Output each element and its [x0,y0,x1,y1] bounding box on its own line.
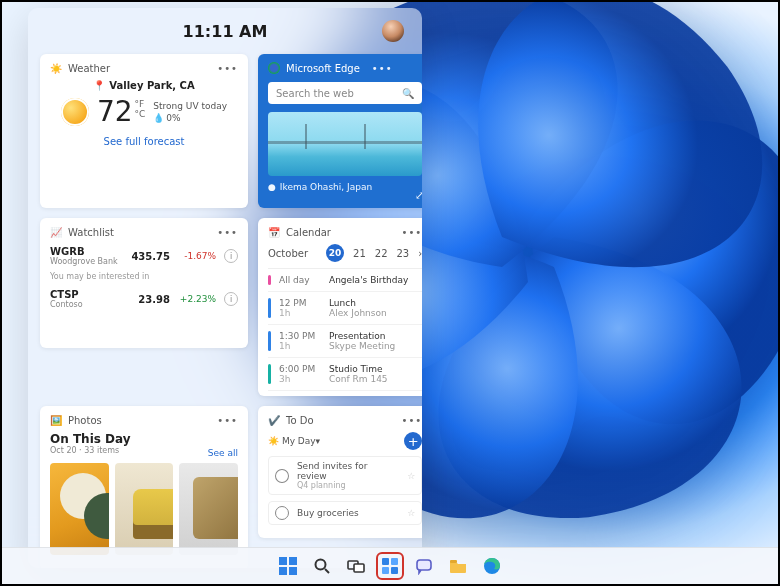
todo-checkbox[interactable] [275,469,289,483]
svg-line-5 [325,569,329,573]
photos-see-all-link[interactable]: See all [208,448,238,458]
edge-caption: Ikema Ohashi, Japan [280,182,372,192]
svg-rect-10 [382,567,389,574]
svg-rect-9 [391,558,398,565]
edge-widget[interactable]: Microsoft Edge ••• Search the web 🔍 ● Ik… [258,54,422,208]
widgets-panel: 11:11 AM ☀️ Weather ••• 📍 Valley Park, C… [28,8,422,568]
event-title: PresentationSkype Meeting [329,331,395,351]
calendar-icon: 📅 [268,226,280,238]
watchlist-menu[interactable]: ••• [217,227,238,238]
calendar-title: Calendar [286,227,331,238]
panel-clock: 11:11 AM [183,22,268,41]
location-pin-icon: ● [268,182,276,192]
edge-icon [268,62,280,74]
todo-item-title: Send invites for reviewQ4 planning [297,461,399,490]
calendar-day[interactable]: 21 [353,248,366,259]
svg-rect-1 [289,557,297,565]
calendar-event[interactable]: 12 PM1hLunchAlex Johnson [268,292,422,325]
calendar-day[interactable]: 23 [397,248,410,259]
event-title: Studio TimeConf Rm 145 [329,364,388,384]
event-time: 6:00 PM3h [279,364,321,384]
expand-icon[interactable]: ⤢ [415,189,422,202]
weather-menu[interactable]: ••• [217,63,238,74]
todo-list-name[interactable]: My Day [282,436,316,446]
photos-title: Photos [68,415,102,426]
photos-menu[interactable]: ••• [217,415,238,426]
edge-search-placeholder: Search the web [276,88,354,99]
weather-location: Valley Park, CA [109,80,194,91]
calendar-day-picker[interactable]: October 20 21 22 23 › [268,244,422,262]
event-time: All day [279,275,321,285]
svg-rect-3 [289,567,297,575]
see-full-forecast-link[interactable]: See full forecast [50,136,238,147]
calendar-event[interactable]: 1:30 PM1hPresentationSkype Meeting [268,325,422,358]
taskbar [2,547,778,584]
edge-menu[interactable]: ••• [372,63,393,74]
weather-temp: 72 °F°C [97,95,145,128]
droplet-icon: 💧 [153,112,164,124]
calendar-day-selected[interactable]: 20 [326,244,344,262]
photos-widget[interactable]: 🖼️ Photos ••• On This Day Oct 20 · 33 it… [40,406,248,568]
file-explorer-button[interactable] [446,554,470,578]
start-button[interactable] [276,554,300,578]
location-pin-icon: 📍 [93,80,105,91]
todo-title: To Do [286,415,314,426]
search-icon: 🔍 [402,88,414,99]
delta: +2.23% [178,294,216,304]
price: 435.75 [128,251,170,262]
chevron-right-icon[interactable]: › [418,248,422,259]
watchlist-row[interactable]: CTSPContoso23.98+2.23%i [50,289,238,309]
stocks-icon: 📈 [50,226,62,238]
calendar-month: October [268,248,308,259]
edge-hero-image[interactable] [268,112,422,176]
calendar-day[interactable]: 22 [375,248,388,259]
photos-icon: 🖼️ [50,414,62,426]
user-avatar[interactable] [382,20,404,42]
sun-icon: ☀️ [268,436,279,446]
svg-rect-13 [450,560,457,563]
event-title: LunchAlex Johnson [329,298,387,318]
weather-condition: Strong UV today 💧0% [153,100,227,124]
todo-checkbox[interactable] [275,506,289,520]
star-icon[interactable]: ☆ [407,508,415,518]
weather-widget[interactable]: ☀️ Weather ••• 📍 Valley Park, CA 72 °F°C [40,54,248,208]
photos-heading: On This Day [50,432,238,446]
svg-rect-0 [279,557,287,565]
watchlist-row[interactable]: WGRBWoodgrove Bank435.75-1.67%i [50,246,238,266]
widgets-button[interactable] [378,554,402,578]
calendar-widget[interactable]: 📅 Calendar ••• October 20 21 22 23 › All… [258,218,422,396]
add-task-button[interactable]: + [404,432,422,450]
todo-menu[interactable]: ••• [402,415,422,426]
watchlist-widget[interactable]: 📈 Watchlist ••• WGRBWoodgrove Bank435.75… [40,218,248,348]
photo-thumbnail[interactable] [115,463,174,555]
info-icon[interactable]: i [224,292,238,306]
weather-icon: ☀️ [50,62,62,74]
calendar-event[interactable]: All dayAngela's Birthday [268,269,422,292]
edge-search-input[interactable]: Search the web 🔍 [268,82,422,104]
edge-taskbar-button[interactable] [480,554,504,578]
svg-rect-12 [417,560,431,570]
chevron-down-icon[interactable]: ▾ [316,436,321,446]
ticker: CTSPContoso [50,289,120,309]
svg-rect-11 [391,567,398,574]
calendar-event[interactable]: 6:00 PM3hStudio TimeConf Rm 145 [268,358,422,391]
svg-rect-2 [279,567,287,575]
delta: -1.67% [178,251,216,261]
chat-button[interactable] [412,554,436,578]
todo-item[interactable]: Buy groceries☆ [268,501,422,525]
photo-thumbnail[interactable] [179,463,238,555]
calendar-menu[interactable]: ••• [402,227,422,238]
svg-rect-7 [354,564,364,572]
task-view-button[interactable] [344,554,368,578]
photo-thumbnail[interactable] [50,463,109,555]
edge-title: Microsoft Edge [286,63,360,74]
watchlist-hint: You may be interested in [50,272,238,281]
search-button[interactable] [310,554,334,578]
weather-title: Weather [68,63,110,74]
todo-item-title: Buy groceries [297,508,359,518]
info-icon[interactable]: i [224,249,238,263]
todo-widget[interactable]: ✔️ To Do ••• ☀️ My Day ▾ + Send invites … [258,406,422,538]
star-icon[interactable]: ☆ [407,471,415,481]
todo-item[interactable]: Send invites for reviewQ4 planning☆ [268,456,422,495]
ticker: WGRBWoodgrove Bank [50,246,120,266]
